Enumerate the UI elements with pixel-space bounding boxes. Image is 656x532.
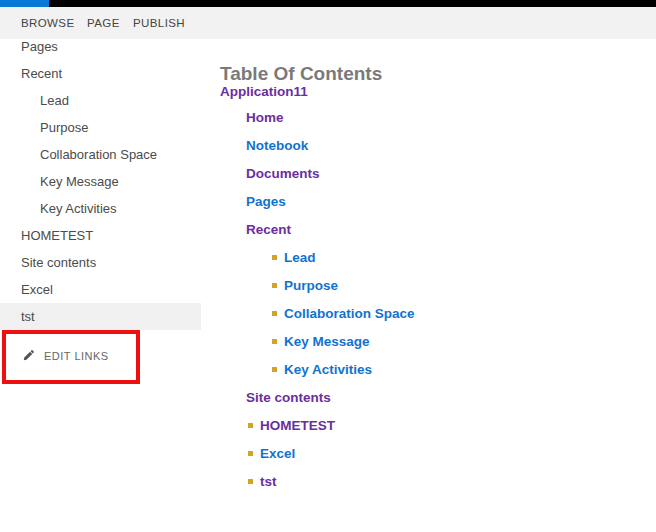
toc-link-purpose[interactable]: Purpose	[220, 278, 640, 293]
square-bullet-icon	[272, 339, 277, 344]
toc-link-hometest[interactable]: HOMETEST	[220, 418, 640, 433]
toc-link-collaboration-space[interactable]: Collaboration Space	[220, 306, 640, 321]
square-bullet-icon	[272, 367, 277, 372]
toc-label: Home	[246, 110, 284, 125]
square-bullet-icon	[248, 423, 253, 428]
sidebar-item-collaboration-space[interactable]: Collaboration Space	[0, 141, 201, 168]
toc-label: Site contents	[246, 390, 331, 405]
toc-label: Application11	[220, 84, 308, 99]
toc-label: Key Message	[284, 334, 370, 349]
square-bullet-icon	[272, 255, 277, 260]
toc-link-key-message[interactable]: Key Message	[220, 334, 640, 349]
toc-link-excel[interactable]: Excel	[220, 446, 640, 461]
square-bullet-icon	[248, 451, 253, 456]
toc-link-key-activities[interactable]: Key Activities	[220, 362, 640, 377]
toc-label: Collaboration Space	[284, 306, 415, 321]
edit-links-label: EDIT LINKS	[44, 350, 109, 362]
square-bullet-icon	[248, 479, 253, 484]
sidebar-item-excel[interactable]: Excel	[0, 276, 201, 303]
table-of-contents: Application11 Home Notebook Documents Pa…	[220, 84, 640, 502]
toc-link-tst[interactable]: tst	[220, 474, 640, 489]
toc-label: Documents	[246, 166, 320, 181]
sidebar-item-key-message[interactable]: Key Message	[0, 168, 201, 195]
toc-link-application11[interactable]: Application11	[220, 84, 640, 99]
sidebar-item-site-contents[interactable]: Site contents	[0, 249, 201, 276]
toc-link-lead[interactable]: Lead	[220, 250, 640, 265]
toc-link-notebook[interactable]: Notebook	[220, 138, 640, 153]
toc-link-documents[interactable]: Documents	[220, 166, 640, 181]
sidebar-item-purpose[interactable]: Purpose	[0, 114, 201, 141]
toc-label: tst	[260, 474, 277, 489]
toc-link-site-contents[interactable]: Site contents	[220, 390, 640, 405]
toc-label: Pages	[246, 194, 286, 209]
suite-bar	[0, 0, 656, 7]
sidebar-item-tst[interactable]: tst	[0, 303, 201, 330]
toc-label: Recent	[246, 222, 291, 237]
square-bullet-icon	[272, 283, 277, 288]
toc-label: Purpose	[284, 278, 338, 293]
sidebar-item-pages[interactable]: Pages	[0, 33, 201, 60]
page-title: Table Of Contents	[220, 63, 382, 85]
toc-label: Notebook	[246, 138, 308, 153]
toc-label: Lead	[284, 250, 316, 265]
suite-bar-accent-segment	[0, 0, 49, 7]
sidebar-item-recent[interactable]: Recent	[0, 60, 201, 87]
edit-links-button[interactable]: EDIT LINKS	[22, 349, 109, 362]
toc-link-recent[interactable]: Recent	[220, 222, 640, 237]
pencil-icon	[22, 349, 35, 362]
sidebar-item-hometest[interactable]: HOMETEST	[0, 222, 201, 249]
toc-label: Key Activities	[284, 362, 372, 377]
toc-label: HOMETEST	[260, 418, 335, 433]
sidebar-item-key-activities[interactable]: Key Activities	[0, 195, 201, 222]
toc-label: Excel	[260, 446, 295, 461]
sidebar-nav: Pages Recent Lead Purpose Collaboration …	[0, 33, 201, 330]
square-bullet-icon	[272, 311, 277, 316]
toc-link-home[interactable]: Home	[220, 110, 640, 125]
sidebar-item-lead[interactable]: Lead	[0, 87, 201, 114]
toc-link-pages[interactable]: Pages	[220, 194, 640, 209]
